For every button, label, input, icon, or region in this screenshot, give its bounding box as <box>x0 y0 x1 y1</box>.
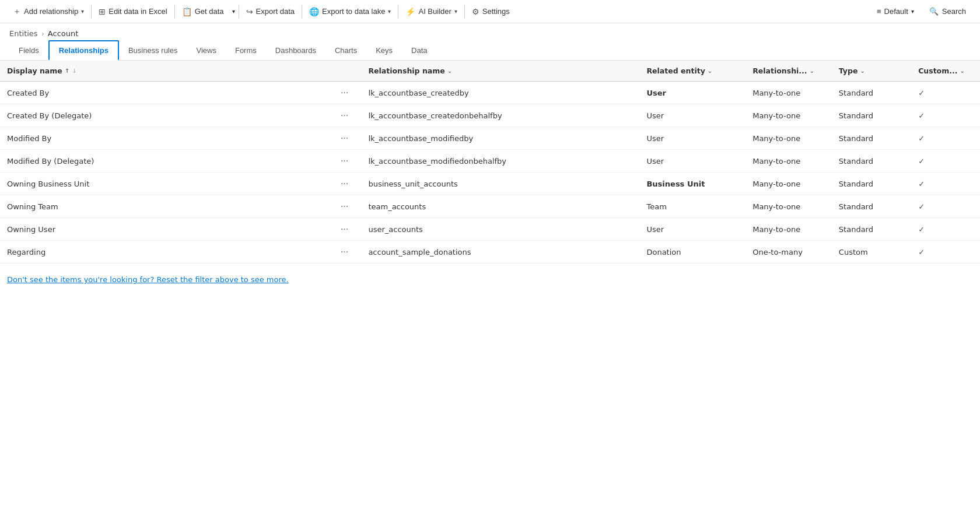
filter-icon-entity: ⌄ <box>708 68 712 74</box>
tab-dashboards[interactable]: Dashboards <box>266 41 326 61</box>
get-data-icon: 📋 <box>182 7 192 16</box>
row-actions-button[interactable]: ··· <box>338 110 351 121</box>
cell-custom: ✓ <box>911 150 980 173</box>
cell-relationship-type: Many-to-one <box>746 195 832 218</box>
col-header-relationship-name[interactable]: Relationship name ⌄ <box>361 61 639 82</box>
sort-asc-icon: ↑ <box>65 68 69 74</box>
cell-display-name: Owning Business Unit <box>0 173 331 195</box>
cell-related-entity: Team <box>639 195 746 218</box>
export-icon: ↪ <box>246 7 253 16</box>
cell-custom: ✓ <box>911 241 980 263</box>
dropdown-arrow-icon-default: ▾ <box>911 8 914 15</box>
default-button[interactable]: ≡ Default ▾ <box>871 0 920 23</box>
toolbar-right: ≡ Default ▾ 🔍 Search <box>871 0 973 23</box>
add-icon: ＋ <box>13 6 21 17</box>
cell-relationship-type: Many-to-one <box>746 150 832 173</box>
row-actions-button[interactable]: ··· <box>338 224 351 234</box>
row-actions-button[interactable]: ··· <box>338 178 351 189</box>
cell-related-entity: User <box>639 82 746 104</box>
cell-related-entity: Business Unit <box>639 173 746 195</box>
cell-custom: ✓ <box>911 104 980 127</box>
row-actions-button[interactable]: ··· <box>338 247 351 257</box>
table-row: Owning Team···team_accountsTeamMany-to-o… <box>0 195 980 218</box>
filter-icon-custom: ⌄ <box>960 68 964 74</box>
get-data-dropdown-button[interactable]: ▾ <box>230 0 237 23</box>
dropdown-arrow-icon-lake: ▾ <box>388 8 391 15</box>
cell-relationship-name: user_accounts <box>361 218 639 241</box>
cell-relationship-name: lk_accountbase_createdonbehalfby <box>361 104 639 127</box>
breadcrumb-separator: › <box>41 29 44 38</box>
cell-actions: ··· <box>331 241 362 263</box>
cell-actions: ··· <box>331 104 362 127</box>
col-header-actions <box>331 61 362 82</box>
tabs: Fields Relationships Business rules View… <box>0 40 980 61</box>
col-header-relationship-type[interactable]: Relationshi... ⌄ <box>746 61 832 82</box>
tab-keys[interactable]: Keys <box>366 41 402 61</box>
row-actions-button[interactable]: ··· <box>338 156 351 166</box>
tab-business-rules[interactable]: Business rules <box>119 41 187 61</box>
col-header-type[interactable]: Type ⌄ <box>832 61 911 82</box>
custom-checkmark-icon: ✓ <box>918 225 925 234</box>
cell-display-name: Regarding <box>0 241 331 263</box>
cell-type: Standard <box>832 82 911 104</box>
cell-actions: ··· <box>331 127 362 150</box>
row-actions-button[interactable]: ··· <box>338 201 351 212</box>
tab-forms[interactable]: Forms <box>226 41 266 61</box>
reset-filter-link[interactable]: Don't see the items you're looking for? … <box>7 275 289 284</box>
lake-icon: 🌐 <box>309 7 319 16</box>
cell-actions: ··· <box>331 173 362 195</box>
tab-data[interactable]: Data <box>402 41 436 61</box>
tab-relationships[interactable]: Relationships <box>48 40 119 61</box>
cell-related-entity: User <box>639 150 746 173</box>
cell-related-entity: Donation <box>639 241 746 263</box>
filter-icon-type: ⌄ <box>860 68 864 74</box>
cell-relationship-name: lk_accountbase_modifiedonbehalfby <box>361 150 639 173</box>
col-header-related-entity[interactable]: Related entity ⌄ <box>639 61 746 82</box>
cell-type: Standard <box>832 150 911 173</box>
custom-checkmark-icon: ✓ <box>918 134 925 143</box>
excel-icon: ⊞ <box>99 7 106 16</box>
cell-custom: ✓ <box>911 82 980 104</box>
settings-icon: ⚙ <box>472 7 480 16</box>
col-header-display-name[interactable]: Display name ↑ ↓ <box>0 61 331 82</box>
table-row: Owning User···user_accountsUserMany-to-o… <box>0 218 980 241</box>
table-row: Created By···lk_accountbase_createdbyUse… <box>0 82 980 104</box>
add-relationship-button[interactable]: ＋ Add relationship ▾ <box>7 0 90 23</box>
row-actions-button[interactable]: ··· <box>338 133 351 143</box>
row-actions-button[interactable]: ··· <box>338 87 351 98</box>
breadcrumb-entities-link[interactable]: Entities <box>9 29 38 38</box>
tab-charts[interactable]: Charts <box>326 41 366 61</box>
cell-display-name: Owning Team <box>0 195 331 218</box>
cell-relationship-type: Many-to-one <box>746 173 832 195</box>
custom-checkmark-icon: ✓ <box>918 89 925 97</box>
hamburger-icon: ≡ <box>877 7 881 16</box>
edit-excel-button[interactable]: ⊞ Edit data in Excel <box>93 0 173 23</box>
export-lake-button[interactable]: 🌐 Export to data lake ▾ <box>303 0 397 23</box>
cell-type: Standard <box>832 218 911 241</box>
dropdown-arrow-icon-ai: ▾ <box>454 8 457 15</box>
cell-relationship-type: Many-to-one <box>746 218 832 241</box>
cell-type: Standard <box>832 195 911 218</box>
tab-fields[interactable]: Fields <box>9 41 48 61</box>
tab-views[interactable]: Views <box>187 41 225 61</box>
cell-display-name: Modified By (Delegate) <box>0 150 331 173</box>
export-data-button[interactable]: ↪ Export data <box>240 0 301 23</box>
col-header-custom[interactable]: Custom... ⌄ <box>911 61 980 82</box>
search-icon: 🔍 <box>929 7 939 16</box>
cell-actions: ··· <box>331 218 362 241</box>
search-button[interactable]: 🔍 Search <box>922 0 973 23</box>
custom-checkmark-icon: ✓ <box>918 202 925 211</box>
breadcrumb: Entities › Account <box>0 23 980 40</box>
cell-related-entity: User <box>639 218 746 241</box>
toolbar-divider-4 <box>302 5 302 19</box>
relationships-table: Display name ↑ ↓ Relationship name ⌄ Rel… <box>0 61 980 263</box>
cell-type: Standard <box>832 173 911 195</box>
settings-button[interactable]: ⚙ Settings <box>466 0 516 23</box>
cell-custom: ✓ <box>911 173 980 195</box>
cell-actions: ··· <box>331 82 362 104</box>
toolbar-divider-6 <box>464 5 465 19</box>
cell-type: Custom <box>832 241 911 263</box>
toolbar-divider-5 <box>398 5 398 19</box>
get-data-button[interactable]: 📋 Get data <box>176 0 230 23</box>
ai-builder-button[interactable]: ⚡ AI Builder ▾ <box>400 0 463 23</box>
